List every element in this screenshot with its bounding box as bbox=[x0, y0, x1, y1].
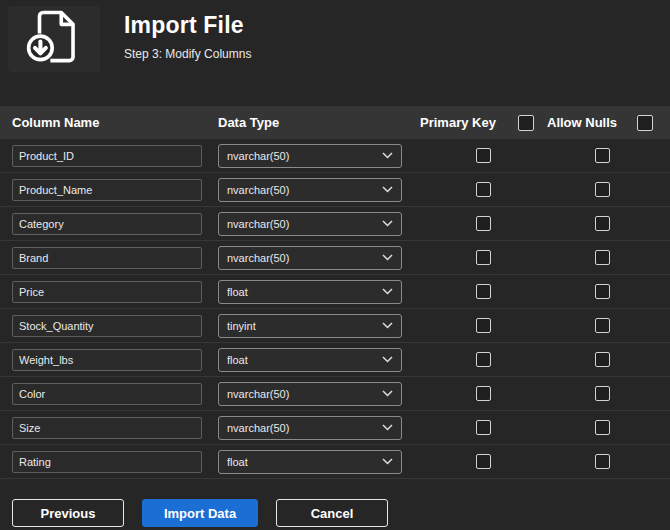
column-name-input[interactable] bbox=[12, 179, 202, 201]
data-type-value: nvarchar(50) bbox=[227, 388, 289, 400]
allow-nulls-checkbox[interactable] bbox=[595, 148, 610, 163]
table-row: nvarchar(50) bbox=[0, 241, 670, 275]
table-row: float bbox=[0, 275, 670, 309]
allow-nulls-checkbox[interactable] bbox=[595, 386, 610, 401]
column-name-input[interactable] bbox=[12, 145, 202, 167]
step-subtitle: Step 3: Modify Columns bbox=[124, 47, 251, 61]
primary-key-checkbox[interactable] bbox=[476, 386, 491, 401]
table-header-row: Column Name Data Type Primary Key Allow … bbox=[0, 106, 670, 139]
column-name-input[interactable] bbox=[12, 315, 202, 337]
table-row: nvarchar(50) bbox=[0, 377, 670, 411]
allow-nulls-checkbox[interactable] bbox=[595, 250, 610, 265]
primary-key-checkbox[interactable] bbox=[476, 148, 491, 163]
column-name-input[interactable] bbox=[12, 349, 202, 371]
allow-nulls-checkbox[interactable] bbox=[595, 420, 610, 435]
footer-buttons: Previous Import Data Cancel bbox=[0, 499, 670, 527]
primary-key-checkbox[interactable] bbox=[476, 284, 491, 299]
column-name-input[interactable] bbox=[12, 451, 202, 473]
chevron-down-icon bbox=[382, 220, 393, 227]
primary-key-checkbox[interactable] bbox=[476, 216, 491, 231]
table-row: nvarchar(50) bbox=[0, 207, 670, 241]
dialog-header: Import File Step 3: Modify Columns bbox=[0, 0, 670, 106]
header-text: Import File Step 3: Modify Columns bbox=[124, 6, 251, 61]
data-type-value: nvarchar(50) bbox=[227, 150, 289, 162]
data-type-select[interactable]: nvarchar(50) bbox=[218, 382, 402, 406]
primary-key-checkbox[interactable] bbox=[476, 182, 491, 197]
data-type-select[interactable]: nvarchar(50) bbox=[218, 212, 402, 236]
data-type-select[interactable]: float bbox=[218, 450, 402, 474]
allow-nulls-checkbox[interactable] bbox=[595, 318, 610, 333]
data-type-select[interactable]: tinyint bbox=[218, 314, 402, 338]
data-type-value: float bbox=[227, 456, 248, 468]
primary-key-checkbox[interactable] bbox=[476, 420, 491, 435]
import-file-dialog: Import File Step 3: Modify Columns Colum… bbox=[0, 0, 670, 530]
allow-nulls-header: Allow Nulls bbox=[547, 115, 617, 130]
cancel-button[interactable]: Cancel bbox=[276, 499, 388, 527]
primary-key-checkbox[interactable] bbox=[476, 352, 491, 367]
allow-nulls-checkbox[interactable] bbox=[595, 352, 610, 367]
table-row: float bbox=[0, 343, 670, 377]
allow-nulls-checkbox[interactable] bbox=[595, 182, 610, 197]
chevron-down-icon bbox=[382, 288, 393, 295]
primary-key-select-all-checkbox[interactable] bbox=[518, 115, 534, 131]
table-row: float bbox=[0, 445, 670, 479]
column-name-input[interactable] bbox=[12, 383, 202, 405]
chevron-down-icon bbox=[382, 152, 393, 159]
chevron-down-icon bbox=[382, 356, 393, 363]
data-type-select[interactable]: nvarchar(50) bbox=[218, 416, 402, 440]
table-row: nvarchar(50) bbox=[0, 411, 670, 445]
column-name-input[interactable] bbox=[12, 281, 202, 303]
data-type-value: nvarchar(50) bbox=[227, 422, 289, 434]
table-row: nvarchar(50) bbox=[0, 173, 670, 207]
data-type-header: Data Type bbox=[218, 115, 420, 130]
column-name-header: Column Name bbox=[12, 115, 218, 130]
table-row: nvarchar(50) bbox=[0, 139, 670, 173]
chevron-down-icon bbox=[382, 322, 393, 329]
data-type-value: tinyint bbox=[227, 320, 256, 332]
primary-key-checkbox[interactable] bbox=[476, 250, 491, 265]
data-type-value: nvarchar(50) bbox=[227, 218, 289, 230]
column-name-input[interactable] bbox=[12, 247, 202, 269]
page-title: Import File bbox=[124, 12, 251, 39]
allow-nulls-checkbox[interactable] bbox=[595, 454, 610, 469]
data-type-select[interactable]: nvarchar(50) bbox=[218, 178, 402, 202]
column-name-input[interactable] bbox=[12, 417, 202, 439]
chevron-down-icon bbox=[382, 424, 393, 431]
allow-nulls-checkbox[interactable] bbox=[595, 216, 610, 231]
data-type-value: nvarchar(50) bbox=[227, 184, 289, 196]
column-name-input[interactable] bbox=[12, 213, 202, 235]
table-row: tinyint bbox=[0, 309, 670, 343]
data-type-select[interactable]: float bbox=[218, 348, 402, 372]
data-type-value: float bbox=[227, 286, 248, 298]
primary-key-checkbox[interactable] bbox=[476, 318, 491, 333]
allow-nulls-checkbox[interactable] bbox=[595, 284, 610, 299]
table-body: nvarchar(50) nvarchar(50) bbox=[0, 139, 670, 479]
import-data-button[interactable]: Import Data bbox=[142, 499, 258, 527]
allow-nulls-select-all-checkbox[interactable] bbox=[637, 115, 653, 131]
data-type-value: nvarchar(50) bbox=[227, 252, 289, 264]
previous-button[interactable]: Previous bbox=[12, 499, 124, 527]
chevron-down-icon bbox=[382, 390, 393, 397]
icon-panel bbox=[8, 6, 100, 72]
chevron-down-icon bbox=[382, 458, 393, 465]
data-type-select[interactable]: float bbox=[218, 280, 402, 304]
chevron-down-icon bbox=[382, 186, 393, 193]
primary-key-header: Primary Key bbox=[420, 115, 496, 130]
file-download-icon bbox=[25, 8, 83, 70]
data-type-value: float bbox=[227, 354, 248, 366]
data-type-select[interactable]: nvarchar(50) bbox=[218, 246, 402, 270]
chevron-down-icon bbox=[382, 254, 393, 261]
primary-key-checkbox[interactable] bbox=[476, 454, 491, 469]
data-type-select[interactable]: nvarchar(50) bbox=[218, 144, 402, 168]
